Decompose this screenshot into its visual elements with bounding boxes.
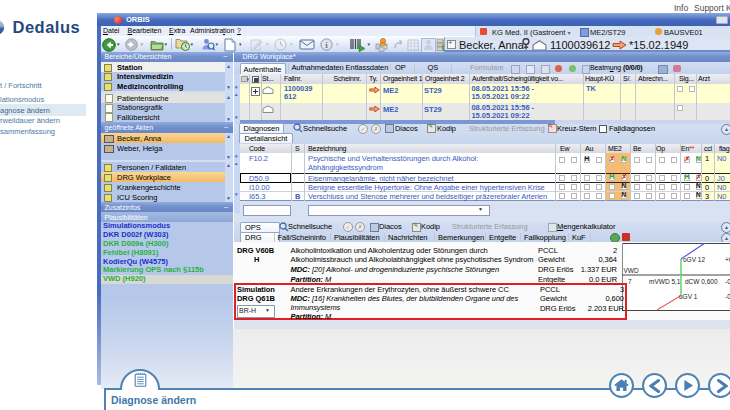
svg-text:oGV 12: oGV 12 [683,255,705,262]
svg-text:dCW 0,600: dCW 0,600 [685,277,718,284]
svg-text:Dedalus: Dedalus [13,18,81,36]
svg-text:uGV 1: uGV 1 [679,292,698,299]
svg-text:7: 7 [628,277,632,284]
svg-text:mVWD 5,1: mVWD 5,1 [649,277,681,284]
svg-text:+0: +0 [725,255,730,262]
svg-text:VWD: VWD [624,267,639,274]
svg-text:-0: -0 [725,277,730,284]
svg-text:-0: -0 [725,292,730,299]
